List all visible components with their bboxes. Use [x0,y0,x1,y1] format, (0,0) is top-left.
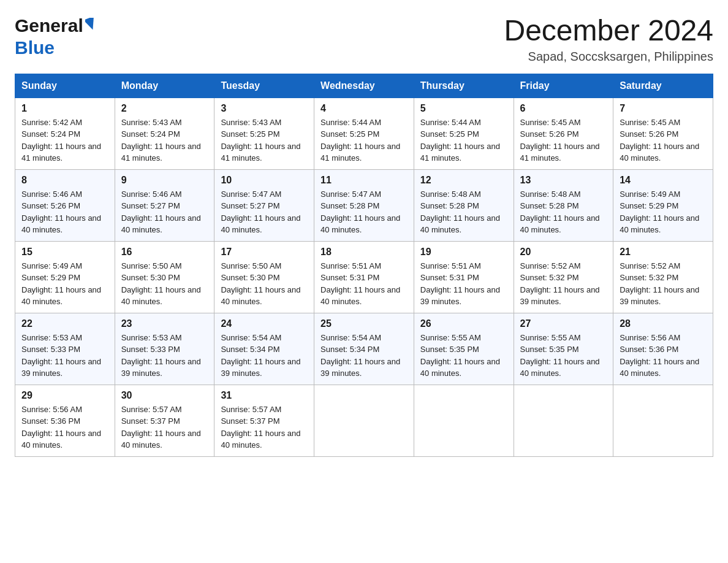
day-number: 30 [121,390,208,401]
day-info: Sunrise: 5:47 AMSunset: 5:27 PMDaylight:… [221,188,308,236]
day-info: Sunrise: 5:57 AMSunset: 5:37 PMDaylight:… [121,404,208,451]
day-info: Sunrise: 5:53 AMSunset: 5:33 PMDaylight:… [121,332,208,380]
logo-general-text: General [15,15,83,37]
calendar-cell: 16Sunrise: 5:50 AMSunset: 5:30 PMDayligh… [115,241,214,313]
calendar-cell: 13Sunrise: 5:48 AMSunset: 5:28 PMDayligh… [514,169,613,241]
calendar-cell: 4Sunrise: 5:44 AMSunset: 5:25 PMDaylight… [314,98,414,169]
calendar-cell [514,385,613,456]
weekday-header-saturday: Saturday [613,74,713,98]
day-info: Sunrise: 5:54 AMSunset: 5:34 PMDaylight:… [320,332,408,380]
calendar-cell: 18Sunrise: 5:51 AMSunset: 5:31 PMDayligh… [314,241,414,313]
day-number: 6 [520,103,607,114]
day-info: Sunrise: 5:44 AMSunset: 5:25 PMDaylight:… [320,117,408,164]
day-info: Sunrise: 5:49 AMSunset: 5:29 PMDaylight:… [620,188,707,236]
day-number: 18 [320,247,408,258]
day-number: 19 [420,247,507,258]
calendar-cell: 20Sunrise: 5:52 AMSunset: 5:32 PMDayligh… [514,241,613,313]
calendar-cell: 7Sunrise: 5:45 AMSunset: 5:26 PMDaylight… [613,98,713,169]
day-info: Sunrise: 5:47 AMSunset: 5:28 PMDaylight:… [320,188,408,236]
day-info: Sunrise: 5:55 AMSunset: 5:35 PMDaylight:… [520,332,607,380]
logo: General Blue [15,15,96,59]
weekday-header-thursday: Thursday [414,74,514,98]
day-number: 4 [320,103,408,114]
calendar-week-row: 29Sunrise: 5:56 AMSunset: 5:36 PMDayligh… [15,385,713,456]
day-info: Sunrise: 5:51 AMSunset: 5:31 PMDaylight:… [420,260,507,308]
calendar-cell [414,385,514,456]
day-info: Sunrise: 5:48 AMSunset: 5:28 PMDaylight:… [520,188,607,236]
month-title: December 2024 [504,15,713,47]
calendar-cell: 22Sunrise: 5:53 AMSunset: 5:33 PMDayligh… [15,313,115,385]
calendar-cell: 17Sunrise: 5:50 AMSunset: 5:30 PMDayligh… [214,241,314,313]
calendar-cell: 27Sunrise: 5:55 AMSunset: 5:35 PMDayligh… [514,313,613,385]
calendar-cell: 19Sunrise: 5:51 AMSunset: 5:31 PMDayligh… [414,241,514,313]
day-number: 7 [620,103,707,114]
weekday-header-wednesday: Wednesday [314,74,414,98]
day-number: 20 [520,247,607,258]
calendar-cell: 8Sunrise: 5:46 AMSunset: 5:26 PMDaylight… [15,169,115,241]
title-section: December 2024 Sapad, Soccsksargen, Phili… [504,15,713,64]
day-number: 22 [21,318,108,329]
day-number: 28 [620,318,707,329]
day-info: Sunrise: 5:52 AMSunset: 5:32 PMDaylight:… [620,260,707,308]
day-number: 17 [221,247,308,258]
calendar-cell: 2Sunrise: 5:43 AMSunset: 5:24 PMDaylight… [115,98,214,169]
logo-triangle-icon [85,18,96,33]
day-number: 15 [21,247,108,258]
day-number: 13 [520,175,607,186]
calendar-cell: 6Sunrise: 5:45 AMSunset: 5:26 PMDaylight… [514,98,613,169]
calendar-cell: 25Sunrise: 5:54 AMSunset: 5:34 PMDayligh… [314,313,414,385]
calendar-cell: 29Sunrise: 5:56 AMSunset: 5:36 PMDayligh… [15,385,115,456]
day-number: 23 [121,318,208,329]
day-info: Sunrise: 5:48 AMSunset: 5:28 PMDaylight:… [420,188,507,236]
day-number: 26 [420,318,507,329]
calendar-week-row: 15Sunrise: 5:49 AMSunset: 5:29 PMDayligh… [15,241,713,313]
day-number: 11 [320,175,408,186]
calendar-cell: 23Sunrise: 5:53 AMSunset: 5:33 PMDayligh… [115,313,214,385]
day-number: 27 [520,318,607,329]
calendar-cell: 28Sunrise: 5:56 AMSunset: 5:36 PMDayligh… [613,313,713,385]
day-info: Sunrise: 5:42 AMSunset: 5:24 PMDaylight:… [21,117,108,164]
calendar-cell: 11Sunrise: 5:47 AMSunset: 5:28 PMDayligh… [314,169,414,241]
day-info: Sunrise: 5:50 AMSunset: 5:30 PMDaylight:… [121,260,208,308]
weekday-header-friday: Friday [514,74,613,98]
day-number: 14 [620,175,707,186]
day-number: 8 [21,175,108,186]
calendar-week-row: 8Sunrise: 5:46 AMSunset: 5:26 PMDaylight… [15,169,713,241]
logo-blue-text: Blue [15,37,55,59]
calendar-cell: 10Sunrise: 5:47 AMSunset: 5:27 PMDayligh… [214,169,314,241]
weekday-header-tuesday: Tuesday [214,74,314,98]
day-number: 31 [221,390,308,401]
calendar-cell: 15Sunrise: 5:49 AMSunset: 5:29 PMDayligh… [15,241,115,313]
calendar-cell: 5Sunrise: 5:44 AMSunset: 5:25 PMDaylight… [414,98,514,169]
day-number: 1 [21,103,108,114]
day-info: Sunrise: 5:54 AMSunset: 5:34 PMDaylight:… [221,332,308,380]
calendar-cell: 12Sunrise: 5:48 AMSunset: 5:28 PMDayligh… [414,169,514,241]
day-info: Sunrise: 5:45 AMSunset: 5:26 PMDaylight:… [620,117,707,164]
calendar-cell: 31Sunrise: 5:57 AMSunset: 5:37 PMDayligh… [214,385,314,456]
day-number: 10 [221,175,308,186]
weekday-header-sunday: Sunday [15,74,115,98]
day-info: Sunrise: 5:53 AMSunset: 5:33 PMDaylight:… [21,332,108,380]
calendar-cell [613,385,713,456]
day-number: 9 [121,175,208,186]
calendar-cell: 14Sunrise: 5:49 AMSunset: 5:29 PMDayligh… [613,169,713,241]
day-info: Sunrise: 5:52 AMSunset: 5:32 PMDaylight:… [520,260,607,308]
day-info: Sunrise: 5:56 AMSunset: 5:36 PMDaylight:… [21,404,108,451]
day-number: 16 [121,247,208,258]
calendar-table: SundayMondayTuesdayWednesdayThursdayFrid… [15,74,713,457]
calendar-cell: 24Sunrise: 5:54 AMSunset: 5:34 PMDayligh… [214,313,314,385]
day-info: Sunrise: 5:55 AMSunset: 5:35 PMDaylight:… [420,332,507,380]
day-info: Sunrise: 5:45 AMSunset: 5:26 PMDaylight:… [520,117,607,164]
day-info: Sunrise: 5:50 AMSunset: 5:30 PMDaylight:… [221,260,308,308]
day-info: Sunrise: 5:46 AMSunset: 5:26 PMDaylight:… [21,188,108,236]
day-info: Sunrise: 5:46 AMSunset: 5:27 PMDaylight:… [121,188,208,236]
page-header: General Blue December 2024 Sapad, Soccsk… [15,15,713,64]
day-info: Sunrise: 5:56 AMSunset: 5:36 PMDaylight:… [620,332,707,380]
location-subtitle: Sapad, Soccsksargen, Philippines [504,50,713,64]
day-info: Sunrise: 5:57 AMSunset: 5:37 PMDaylight:… [221,404,308,451]
day-number: 29 [21,390,108,401]
day-number: 21 [620,247,707,258]
calendar-cell: 1Sunrise: 5:42 AMSunset: 5:24 PMDaylight… [15,98,115,169]
calendar-cell: 26Sunrise: 5:55 AMSunset: 5:35 PMDayligh… [414,313,514,385]
day-info: Sunrise: 5:49 AMSunset: 5:29 PMDaylight:… [21,260,108,308]
